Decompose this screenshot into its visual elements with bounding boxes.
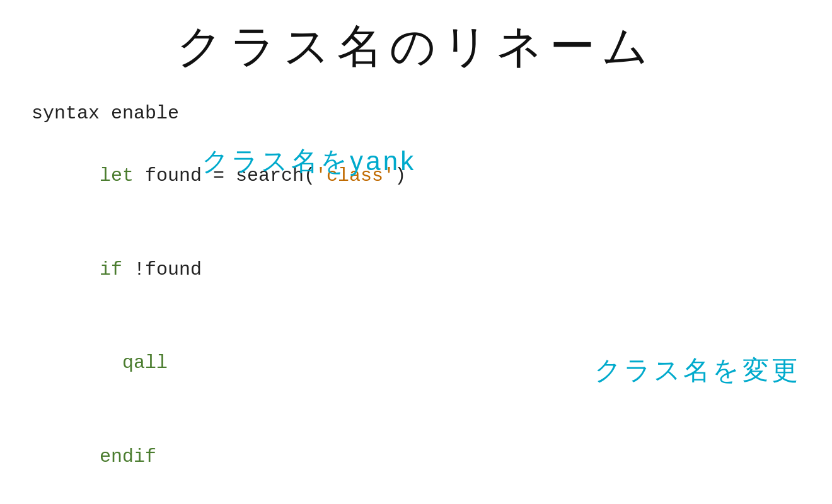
- code-line-5: endif: [32, 410, 800, 504]
- annotation-change: クラス名を変更: [594, 353, 800, 388]
- code-line-4-indent: [100, 352, 122, 374]
- keyword-endif: endif: [100, 446, 156, 467]
- annotation-yank: クラス名をyank: [202, 144, 417, 179]
- code-line-1: syntax enable: [32, 98, 800, 130]
- keyword-if: if: [100, 259, 122, 280]
- page-title: クラス名のリネーム: [32, 19, 800, 73]
- keyword-let-1: let: [100, 165, 134, 186]
- code-line-3-rest: !found: [122, 259, 202, 280]
- keyword-qall: qall: [122, 352, 168, 374]
- code-line-3: if !found: [32, 223, 800, 317]
- page-container: クラス名のリネーム syntax enable let found = sear…: [0, 0, 832, 504]
